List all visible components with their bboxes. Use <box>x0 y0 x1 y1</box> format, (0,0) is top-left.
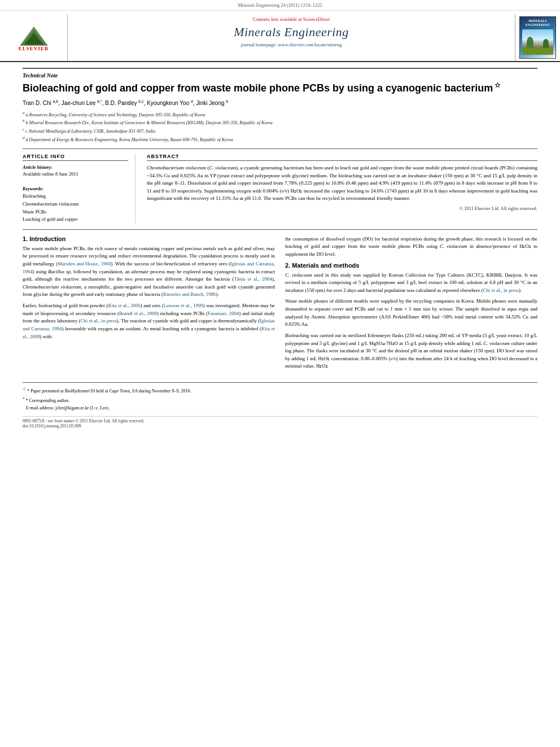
email-footnote: E-mail address: jclee@kigam.re.kr (J.-c.… <box>23 405 537 412</box>
article-history-label: Article history: <box>23 164 128 170</box>
sciencedirect-link[interactable]: ScienceDirect <box>303 16 330 22</box>
keywords-list: Bioleaching Chromobacterium violaceum Wa… <box>23 193 128 223</box>
paper-title: Bioleaching of gold and copper from wast… <box>23 81 537 95</box>
authors-line: Tran D. Chi a,b, Jae-chun Lee b,*, B.D. … <box>23 99 537 106</box>
copyright-line: © 2011 Elsevier Ltd. All rights reserved… <box>147 206 537 211</box>
journal-header: ELSEVIER Contents lists available at Sci… <box>0 11 560 62</box>
journal-homepage: journal homepage: www.elsevier.com/locat… <box>241 42 342 47</box>
methods-paragraph-1: C. violaceum used in this study was supp… <box>285 272 537 295</box>
methods-paragraph-3: Bioleaching was carried out in sterilize… <box>285 332 537 370</box>
intro-paragraph-1: The waste mobile phone PCBs, the rich so… <box>23 245 275 299</box>
corresponding-footnote: * * Corresponding author. <box>23 396 537 404</box>
doi-line: doi:10.1016/j.mineng.2011.05.009 <box>23 423 537 429</box>
cover-image: MINERALS ENGINEERING <box>519 16 556 59</box>
info-abstract-section: ARTICLE INFO Article history: Available … <box>23 148 537 223</box>
keyword-waste-pcbs: Waste PCBs <box>23 208 128 216</box>
main-content: Technical Note Bioleaching of gold and c… <box>0 62 560 434</box>
issn-line: 0892-6875/$ - see front matter © 2011 El… <box>23 418 537 423</box>
right-col-intro-cont: the consumption of dissolved oxygen (DO)… <box>285 235 537 259</box>
methods-col: the consumption of dissolved oxygen (DO)… <box>285 235 537 374</box>
keyword-leaching: Leaching of gold and copper <box>23 216 128 224</box>
abstract-col: ABSTRACT Chromobacterium violaceum (C. v… <box>147 154 537 223</box>
intro-title: 1. Introduction <box>23 235 275 242</box>
contents-link: Contents lists available at ScienceDirec… <box>253 16 330 22</box>
intro-paragraph-2: Earlier, bioleaching of gold from powder… <box>23 302 275 340</box>
title-star: ☆ <box>493 81 501 89</box>
citation-text: Minerals Engineering 24 (2011) 1219–1222 <box>238 2 322 8</box>
introduction-col: 1. Introduction The waste mobile phone P… <box>23 235 275 374</box>
elsevier-logo-area: ELSEVIER <box>0 14 68 61</box>
journal-center-area: Contents lists available at ScienceDirec… <box>68 14 515 61</box>
paper-presented-footnote: ☆ * Paper presented at BioHydromet'10 he… <box>23 386 537 395</box>
article-info-header: ARTICLE INFO <box>23 154 128 161</box>
keyword-bioleaching: Bioleaching <box>23 193 128 200</box>
section-divider <box>23 229 537 230</box>
cover-label: MINERALS ENGINEERING <box>526 19 550 27</box>
journal-cover-area: MINERALS ENGINEERING <box>515 14 560 61</box>
abstract-header: ABSTRACT <box>147 154 537 161</box>
email-link[interactable]: jclee@kigam.re.kr <box>55 405 89 410</box>
methods-paragraph-2: Waste mobile phones of different models … <box>285 298 537 329</box>
keyword-chromobacterium: Chromobacterium violaceum <box>23 200 128 208</box>
footer-bottom: 0892-6875/$ - see front matter © 2011 El… <box>23 416 537 429</box>
journal-title: Minerals Engineering <box>234 25 349 40</box>
citation-bar: Minerals Engineering 24 (2011) 1219–1222 <box>0 0 560 11</box>
body-section: 1. Introduction The waste mobile phone P… <box>23 235 537 374</box>
abstract-text: Chromobacterium violaceum (C. violaceum)… <box>147 164 537 203</box>
article-info-col: ARTICLE INFO Article history: Available … <box>23 154 135 223</box>
article-type: Technical Note <box>23 68 537 78</box>
keywords-label: Keywords: <box>23 186 128 191</box>
elsevier-text: ELSEVIER <box>19 46 49 51</box>
elsevier-tree-icon <box>17 24 51 46</box>
available-online: Available online 8 June 2011 <box>23 171 128 177</box>
methods-title: 2. Materials and methods <box>285 262 537 269</box>
affiliations: a a Resources Recycling, University of S… <box>23 110 537 143</box>
footnotes-area: ☆ * Paper presented at BioHydromet'10 he… <box>23 382 537 412</box>
